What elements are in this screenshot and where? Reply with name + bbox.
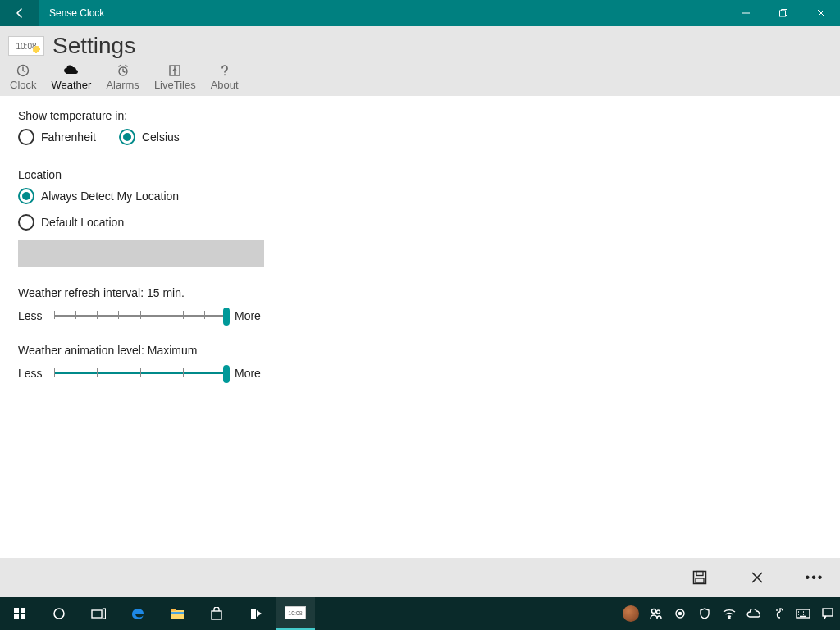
radio-detect-location[interactable]: Always Detect My Location bbox=[18, 188, 822, 204]
app-thumbnail-icon: 10:08 bbox=[8, 36, 44, 56]
start-button[interactable] bbox=[0, 597, 39, 630]
tab-livetiles[interactable]: LiveTiles bbox=[154, 64, 196, 91]
radio-icon bbox=[18, 129, 34, 145]
slider-less-label: Less bbox=[18, 309, 46, 322]
taskbar-app-store[interactable] bbox=[197, 597, 236, 630]
livetiles-icon bbox=[167, 64, 183, 77]
settings-header: 10:08 Settings Clock Weather Alarms Liv bbox=[0, 26, 840, 96]
tray-bluetooth-icon[interactable] bbox=[766, 597, 791, 630]
window-title: Sense Clock bbox=[39, 0, 114, 26]
radio-icon bbox=[119, 129, 135, 145]
svg-rect-10 bbox=[14, 614, 19, 619]
tray-defender-icon[interactable] bbox=[692, 597, 717, 630]
default-location-input[interactable] bbox=[18, 240, 264, 267]
tab-label: LiveTiles bbox=[154, 79, 196, 91]
refresh-interval-slider[interactable] bbox=[54, 308, 226, 324]
weather-icon bbox=[63, 64, 80, 77]
tray-network-icon[interactable] bbox=[717, 597, 742, 630]
radio-fahrenheit[interactable]: Fahrenheit bbox=[18, 129, 96, 145]
tray-keyboard-icon[interactable] bbox=[791, 597, 815, 630]
tab-label: Alarms bbox=[106, 79, 139, 91]
task-view-button[interactable] bbox=[79, 597, 118, 630]
svg-marker-20 bbox=[257, 610, 262, 617]
slider-thumb[interactable] bbox=[223, 308, 230, 326]
radio-icon bbox=[18, 214, 34, 231]
temperature-label: Show temperature in: bbox=[18, 109, 822, 122]
back-button[interactable] bbox=[0, 0, 39, 26]
slider-less-label: Less bbox=[18, 367, 46, 380]
svg-rect-15 bbox=[171, 610, 184, 619]
clock-icon bbox=[15, 64, 31, 77]
svg-rect-14 bbox=[103, 609, 106, 619]
tray-people-icon[interactable] bbox=[643, 597, 668, 630]
slider-thumb[interactable] bbox=[223, 365, 230, 383]
tab-about[interactable]: About bbox=[211, 64, 239, 91]
tab-weather[interactable]: Weather bbox=[52, 64, 92, 91]
tray-location-icon[interactable] bbox=[668, 597, 692, 630]
more-button[interactable]: ••• bbox=[801, 564, 829, 591]
refresh-interval-label: Weather refresh interval: 15 min. bbox=[18, 286, 822, 299]
temperature-radio-group: Fahrenheit Celsius bbox=[18, 129, 822, 145]
svg-rect-13 bbox=[92, 610, 102, 618]
taskbar-app-movies[interactable] bbox=[236, 597, 276, 630]
tray-people[interactable] bbox=[619, 597, 643, 630]
save-button[interactable] bbox=[686, 564, 714, 591]
tab-label: Weather bbox=[52, 79, 92, 91]
command-bar: ••• bbox=[0, 558, 840, 597]
slider-more-label: More bbox=[235, 309, 261, 322]
slider-more-label: More bbox=[235, 367, 261, 380]
svg-point-12 bbox=[54, 609, 64, 619]
svg-rect-17 bbox=[171, 612, 184, 614]
svg-rect-7 bbox=[696, 578, 704, 583]
cancel-button[interactable] bbox=[743, 564, 771, 591]
titlebar: Sense Clock bbox=[0, 0, 840, 26]
radio-default-location[interactable]: Default Location bbox=[18, 214, 822, 231]
settings-content: Show temperature in: Fahrenheit Celsius … bbox=[0, 96, 840, 395]
location-label: Location bbox=[18, 168, 822, 181]
close-button[interactable] bbox=[802, 0, 840, 26]
radio-label: Default Location bbox=[41, 216, 124, 229]
radio-label: Always Detect My Location bbox=[41, 189, 179, 203]
settings-tabs: Clock Weather Alarms LiveTiles About bbox=[8, 64, 832, 91]
taskbar-app-senseclock[interactable]: 10:08 bbox=[276, 597, 315, 630]
system-tray bbox=[619, 597, 840, 630]
tab-label: About bbox=[211, 79, 239, 91]
svg-point-22 bbox=[657, 610, 660, 614]
tray-action-center-icon[interactable] bbox=[815, 597, 840, 630]
svg-point-21 bbox=[652, 609, 656, 614]
svg-rect-27 bbox=[823, 609, 833, 616]
tray-onedrive-icon[interactable] bbox=[742, 597, 766, 630]
svg-rect-16 bbox=[171, 609, 176, 611]
page-title: Settings bbox=[52, 33, 135, 59]
svg-rect-11 bbox=[21, 614, 25, 619]
tab-clock[interactable]: Clock bbox=[10, 64, 37, 91]
maximize-button[interactable] bbox=[765, 0, 802, 26]
tab-label: Clock bbox=[10, 79, 37, 91]
animation-level-label: Weather animation level: Maximum bbox=[18, 344, 822, 357]
taskbar-app-explorer[interactable] bbox=[158, 597, 197, 630]
svg-rect-8 bbox=[14, 608, 19, 613]
radio-celsius[interactable]: Celsius bbox=[119, 129, 180, 145]
cortana-button[interactable] bbox=[39, 597, 79, 630]
svg-point-4 bbox=[224, 74, 226, 75]
svg-point-25 bbox=[728, 617, 730, 619]
about-icon bbox=[217, 64, 233, 77]
radio-label: Celsius bbox=[142, 130, 180, 144]
slider-ticks bbox=[54, 368, 226, 378]
svg-rect-18 bbox=[212, 611, 221, 619]
radio-icon bbox=[18, 188, 34, 204]
svg-rect-19 bbox=[251, 609, 256, 619]
tab-alarms[interactable]: Alarms bbox=[106, 64, 139, 91]
minimize-button[interactable] bbox=[727, 0, 765, 26]
svg-rect-0 bbox=[780, 11, 786, 16]
radio-label: Fahrenheit bbox=[41, 130, 96, 144]
svg-point-24 bbox=[678, 612, 681, 614]
taskbar: 10:08 bbox=[0, 597, 840, 630]
alarm-icon bbox=[115, 64, 131, 77]
taskbar-app-edge[interactable] bbox=[118, 597, 158, 630]
slider-ticks bbox=[54, 311, 226, 321]
animation-level-slider[interactable] bbox=[54, 365, 226, 381]
svg-rect-9 bbox=[21, 608, 25, 613]
avatar-icon bbox=[623, 605, 639, 622]
